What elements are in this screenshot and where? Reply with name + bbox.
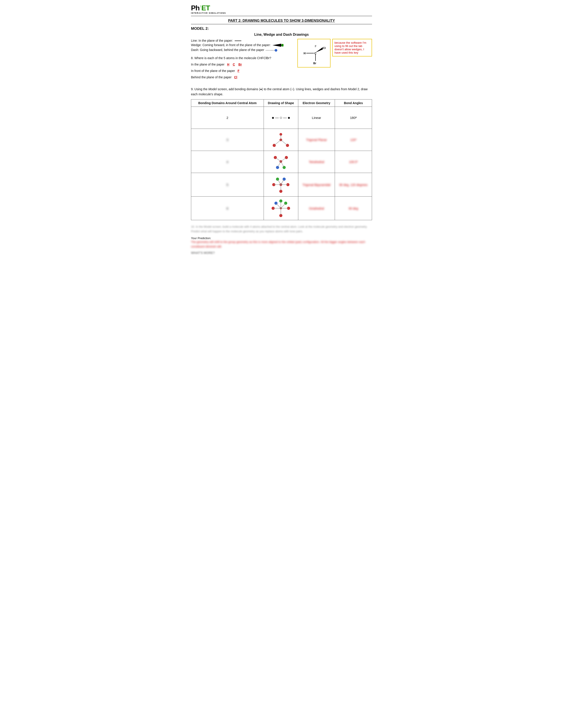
- bonding-3-value: 3: [226, 138, 228, 142]
- table-row: 4 Tetrahedral 109.5º: [191, 151, 372, 173]
- molecule-diagram: H C Cl F Br: [298, 39, 331, 68]
- svg-marker-0: [272, 44, 281, 47]
- dash-desc: Dash: Going backward, behind the plane o…: [191, 48, 294, 52]
- svg-text:Br: Br: [313, 62, 317, 65]
- part2-title: PART 2: DRAWING MOLECULES TO SHOW 3-DIME…: [191, 19, 372, 23]
- tetrahedral-text: Tetrahedral: [309, 160, 324, 164]
- angles-trigbipyramidal: 90 deg, 120 degrees: [335, 173, 372, 197]
- svg-text:F: F: [315, 45, 317, 48]
- svg-point-1: [281, 44, 284, 47]
- svg-text:H: H: [304, 52, 306, 55]
- drawing-trigbipyramidal: [264, 173, 298, 197]
- chfclbr-svg: H C Cl F Br: [300, 41, 328, 65]
- bonding-6: 6: [191, 197, 264, 220]
- bonding-4: 4: [191, 151, 264, 173]
- col-geometry-header: Electron Geometry: [298, 99, 335, 107]
- trigbipyramidal-angles: 90 deg, 120 degrees: [339, 183, 368, 187]
- question8: 8. Where is each of the 5 atoms in the m…: [191, 55, 294, 80]
- svg-line-16: [274, 140, 281, 145]
- your-prediction-label: Your Prediction:: [191, 236, 211, 240]
- page-header: Ph↑ET INTERACTIVE SIMULATIONS: [191, 4, 372, 16]
- q8-number: 8.: [191, 56, 194, 60]
- q8-front-label: In front of the plane of the paper: [191, 69, 235, 73]
- q9-number: 9.: [191, 87, 194, 91]
- drawing-tetrahedral: [264, 151, 298, 173]
- line-desc: Line: In the plane of the paper:: [191, 39, 294, 42]
- drawing-linear: ● — ○ — ●: [264, 107, 298, 129]
- circle-center: ○: [279, 115, 282, 120]
- linear-drawing: ● — ○ — ●: [265, 115, 297, 120]
- trigbipyramidal-text: Trigonal Bipyramidal: [303, 183, 331, 187]
- model2-content: Line: In the plane of the paper: Wedge: …: [191, 39, 372, 83]
- svg-line-24: [275, 158, 281, 161]
- table-row: 2 ● — ○ — ● Linear 180º: [191, 107, 372, 129]
- geometry-linear: Linear: [298, 107, 335, 129]
- table-row: 5 Trigonal Bipyramidal: [191, 173, 372, 197]
- logo-ph: Ph: [191, 4, 199, 12]
- wedge-desc: Wedge: Coming forward, in front of the p…: [191, 43, 294, 47]
- svg-line-25: [281, 158, 287, 161]
- trigonal-planar-svg: [270, 131, 292, 149]
- svg-point-3: [274, 49, 277, 52]
- octahedral-svg: [270, 198, 292, 218]
- geometry-tetrahedral: Tetrahedral: [298, 151, 335, 173]
- drawing-octahedral: [264, 197, 298, 220]
- svg-line-17: [281, 140, 288, 145]
- table-header-row: Bonding Domains Around Central Atom Draw…: [191, 99, 372, 107]
- bonding-5-value: 5: [226, 183, 228, 187]
- angles-octahedral: 90 deg: [335, 197, 372, 220]
- question10-section: 10. In the Model screen, build a molecul…: [191, 225, 372, 234]
- angles-linear: 180º: [335, 107, 372, 129]
- your-prediction-section: Your Prediction: The geometry will shift…: [191, 236, 372, 249]
- geometry-octahedral: Octahedral: [298, 197, 335, 220]
- question9: 9. Using the Model screen, add bonding d…: [191, 87, 372, 97]
- svg-line-36: [277, 179, 281, 185]
- svg-line-37: [281, 179, 284, 185]
- q10-number: 10.: [191, 225, 195, 228]
- trigplanar-text: Trigonal Planar: [306, 138, 327, 142]
- dot-left: ●: [271, 115, 274, 120]
- octahedral-text: Octahedral: [309, 207, 324, 210]
- bonding-2: 2: [191, 107, 264, 129]
- main-table: Bonding Domains Around Central Atom Draw…: [191, 99, 372, 220]
- angles-trigplanar: 120º: [335, 129, 372, 151]
- model2-image-area: H C Cl F Br because the software I'm usi…: [298, 39, 372, 83]
- geometry-trigbipyramidal: Trigonal Bipyramidal: [298, 173, 335, 197]
- q9-text: Using the Model screen, add bonding doma…: [191, 87, 368, 96]
- logo-et: ET: [201, 4, 210, 12]
- tetrahedral-angles: 109.5º: [349, 160, 358, 164]
- q8-front-answer: F: [237, 69, 239, 73]
- svg-line-50: [276, 203, 281, 208]
- svg-marker-7: [316, 47, 323, 53]
- trigplanar-angles: 120º: [350, 138, 356, 142]
- svg-line-26: [277, 161, 281, 167]
- table-row: 3 Trigonal Planar 120º: [191, 129, 372, 151]
- whats-more-label: WHAT'S MORE?: [191, 251, 215, 255]
- q8-text: Where is each of the 5 atoms in the mole…: [194, 56, 271, 60]
- q8-plane-answer-br: Br: [238, 63, 242, 66]
- q8-behind-answer: Cl: [234, 75, 237, 79]
- bonding-3: 3: [191, 129, 264, 151]
- bottom-section: WHAT'S MORE?: [191, 251, 372, 255]
- dash-svg: [266, 48, 279, 52]
- q8-plane-answer-c: C: [233, 63, 235, 66]
- title-divider: [191, 24, 372, 24]
- yellow-note: because the software I'm using to fill o…: [332, 39, 372, 56]
- model2-text: Line: In the plane of the paper: Wedge: …: [191, 39, 294, 83]
- q8-plane-answer: H: [227, 63, 229, 66]
- bonding-5: 5: [191, 173, 264, 197]
- svg-line-27: [281, 161, 284, 167]
- tetrahedral-svg: [270, 153, 292, 171]
- bonding-6-value: 6: [226, 207, 228, 210]
- col-bonding-header: Bonding Domains Around Central Atom: [191, 99, 264, 107]
- dash-line2: —: [283, 116, 287, 120]
- dash-line: —: [275, 116, 278, 120]
- section-title: Line, Wedge and Dash Drawings: [191, 33, 372, 37]
- table-row: 6 O: [191, 197, 372, 220]
- octahedral-angles: 90 deg: [349, 207, 358, 210]
- dot-right: ●: [288, 115, 290, 120]
- logo-subtitle: INTERACTIVE SIMULATIONS: [191, 12, 226, 14]
- drawing-trigplanar: [264, 129, 298, 151]
- svg-line-51: [281, 203, 286, 208]
- q8-behind-label: Behind the plane of the paper: [191, 75, 231, 79]
